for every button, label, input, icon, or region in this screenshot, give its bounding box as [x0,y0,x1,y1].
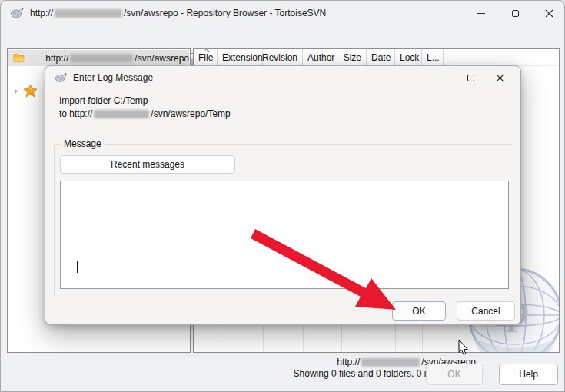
close-button[interactable] [532,1,565,25]
redacted-host [70,54,133,62]
log-message-input[interactable] [60,181,509,289]
column-header-lock-owner[interactable]: L... [422,49,444,66]
dialog-minimize-button[interactable] [427,66,456,89]
dialog-title: Enter Log Message [73,72,153,83]
import-source-text: Import folder C:/Temp [59,95,148,106]
tree-row-bookmarks[interactable]: › [8,83,38,98]
browser-ok-button[interactable]: OK [426,364,483,385]
window-controls [464,1,565,25]
import-destination-text: to http:///svn/awsrepo/Temp [59,108,231,119]
tortoisesvn-dialog-icon [55,71,67,84]
dialog-maximize-button[interactable] [456,66,485,89]
main-titlebar: http:///svn/awsrepo - Repository Browser… [1,1,565,25]
window-title: http:///svn/awsrepo - Repository Browser… [30,8,326,18]
minimize-icon [477,13,485,14]
message-group-label: Message [61,138,105,149]
close-icon [545,9,553,18]
recent-messages-button[interactable]: Recent messages [60,155,235,174]
maximize-button[interactable] [498,1,532,25]
tree-root-label: http:///svn/awsrepo [45,53,189,64]
dialog-close-button[interactable] [485,66,514,89]
dialog-window-controls [427,66,514,89]
minimize-icon [437,78,445,78]
dialog-cancel-button[interactable]: Cancel [457,301,515,321]
enter-log-message-dialog: Enter Log Message Import folder C:/Temp … [45,65,521,325]
repository-browser-window: http:///svn/awsrepo - Repository Browser… [0,0,565,392]
folder-icon [13,52,25,64]
column-header-extension[interactable]: Extension [218,49,263,66]
text-caret [77,261,78,273]
bookmark-star-icon [23,84,38,98]
tree-row-repo-root[interactable]: http:///svn/awsrepo [8,50,189,66]
column-header-filler [444,49,559,66]
redacted-host [361,358,420,367]
expander-chevron-icon[interactable]: › [15,86,18,95]
column-header-date[interactable]: Date [367,49,395,66]
tortoisesvn-app-icon [10,6,24,20]
column-header-file[interactable]: File [194,49,218,66]
column-header-lock[interactable]: Lock [395,49,422,66]
dialog-ok-button[interactable]: OK [392,301,446,321]
redacted-host [94,110,149,118]
sort-ascending-icon [203,48,210,53]
list-header: File Extension Revision Author Size Date… [194,49,559,66]
message-groupbox: Message Recent messages [54,144,513,297]
column-header-revision[interactable]: Revision [263,49,303,66]
help-button[interactable]: Help [499,364,558,385]
column-header-size[interactable]: Size [341,49,367,66]
browser-toolbar: URL: http:///svn/awsrepo Revision: HEAD [1,25,565,48]
maximize-icon [467,75,474,81]
column-header-author[interactable]: Author [303,49,341,66]
maximize-icon [512,10,519,17]
minimize-button[interactable] [464,1,498,25]
redacted-host [55,9,122,18]
close-icon [496,74,504,82]
dialog-titlebar: Enter Log Message [45,66,520,89]
